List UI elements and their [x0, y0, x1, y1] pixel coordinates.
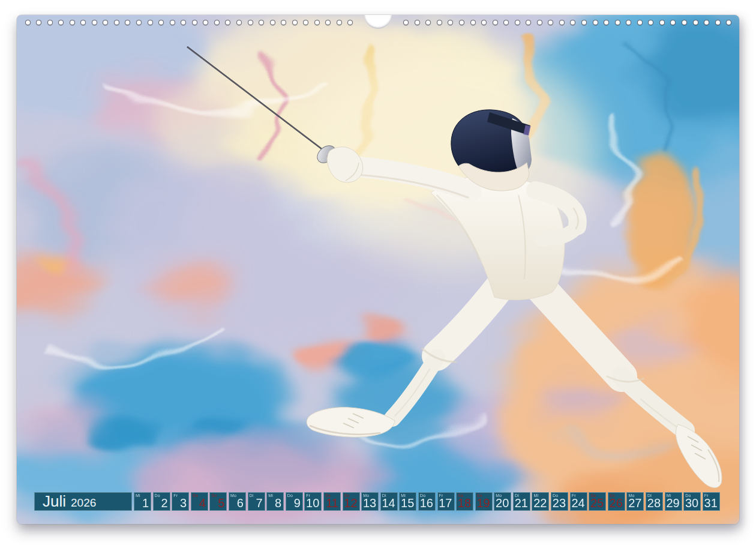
- day-number: 17: [439, 497, 452, 510]
- day-cell: Fr31: [703, 492, 720, 511]
- punch-hole: [659, 20, 665, 25]
- punch-hole: [682, 20, 687, 25]
- weekday-label: Do: [287, 493, 293, 498]
- punch-hole: [715, 20, 721, 25]
- day-cell: Mo20: [494, 492, 511, 511]
- punch-hole: [637, 20, 643, 25]
- day-number: 9: [294, 497, 301, 510]
- day-number: 25: [590, 497, 604, 510]
- punch-hole: [236, 20, 242, 25]
- photo-backdrop: { "calendar": { "month_label": "Juli", "…: [0, 0, 756, 545]
- punch-hole: [615, 20, 620, 25]
- day-cell: Mi8: [266, 492, 284, 511]
- punch-hole: [515, 20, 520, 25]
- punch-hole: [248, 20, 253, 25]
- weekday-label: Mo: [230, 493, 236, 498]
- day-cell: So12: [343, 492, 360, 511]
- punch-hole: [693, 20, 698, 25]
- weekday-label: So: [211, 493, 217, 498]
- punch-hole: [70, 20, 75, 25]
- punch-hole: [292, 20, 298, 25]
- day-number: 7: [256, 497, 262, 510]
- day-number: 11: [326, 497, 338, 510]
- punch-hole: [25, 20, 31, 25]
- day-cell: Do2: [153, 492, 170, 511]
- day-cell: Fr17: [437, 492, 455, 511]
- right-hand: [534, 232, 553, 247]
- day-number: 10: [306, 497, 319, 510]
- day-cell: Fr24: [570, 492, 587, 511]
- day-number: 28: [647, 497, 661, 510]
- day-number: 26: [610, 497, 623, 510]
- day-cell: So26: [608, 492, 625, 511]
- day-cell: Sa11: [323, 492, 341, 511]
- punch-hole: [415, 20, 420, 25]
- day-cell: So19: [475, 492, 493, 511]
- punch-hole: [136, 20, 142, 25]
- day-cell: Do23: [551, 492, 568, 511]
- day-number: 31: [704, 497, 718, 510]
- weekday-label: Mi: [136, 493, 140, 498]
- punch-hole: [36, 20, 41, 25]
- punch-hole: [192, 20, 197, 25]
- punch-hole: [493, 20, 498, 25]
- day-cell: Mo6: [229, 492, 246, 511]
- punch-hole: [47, 20, 53, 25]
- day-cell: Do9: [286, 492, 303, 511]
- punch-hole: [704, 20, 709, 25]
- punch-hole: [337, 20, 342, 25]
- punch-hole: [214, 20, 220, 25]
- weekday-label: Do: [155, 493, 160, 498]
- day-cell: Do16: [418, 492, 436, 511]
- day-cell: Di7: [248, 492, 265, 511]
- day-number: 29: [666, 497, 679, 510]
- day-number: 14: [382, 497, 395, 510]
- day-number: 12: [344, 497, 357, 510]
- day-cell: Mi22: [532, 492, 549, 511]
- day-number: 21: [515, 497, 528, 510]
- day-cell: Do30: [683, 492, 701, 511]
- punch-hole: [459, 20, 464, 25]
- day-cell: Sa4: [191, 492, 208, 511]
- day-number: 19: [476, 497, 490, 510]
- day-cell: Sa25: [589, 492, 606, 511]
- day-number: 30: [685, 497, 698, 510]
- punch-hole: [114, 20, 119, 25]
- punch-hole: [170, 20, 175, 25]
- punch-hole: [470, 20, 476, 25]
- weekday-label: Fr: [173, 493, 178, 498]
- day-number: 13: [363, 497, 376, 510]
- day-number: 27: [628, 497, 641, 510]
- punch-hole: [270, 20, 275, 25]
- day-number: 24: [571, 497, 584, 510]
- day-cell: Di14: [380, 492, 398, 511]
- punch-hole: [593, 20, 598, 25]
- day-number: 4: [199, 497, 206, 510]
- calendar-artwork: [17, 15, 739, 524]
- day-number: 2: [161, 497, 167, 510]
- day-number: 20: [496, 497, 509, 510]
- day-cell: Mi1: [134, 492, 151, 511]
- punch-hole: [259, 20, 264, 25]
- punch-hole: [314, 20, 320, 25]
- day-cell: Mi15: [399, 492, 416, 511]
- punch-hole: [481, 20, 487, 25]
- day-number: 16: [420, 497, 433, 510]
- day-cell: Fr3: [172, 492, 189, 511]
- year-label: 2026: [71, 496, 96, 510]
- day-number: 8: [275, 497, 281, 510]
- punch-hole: [581, 20, 587, 25]
- weekday-label: Mi: [268, 493, 273, 498]
- day-cell: Mi29: [665, 492, 682, 511]
- punch-hole: [537, 20, 542, 25]
- month-label: Juli: [43, 493, 66, 510]
- punch-hole: [148, 20, 153, 25]
- calendar-page: Juli 2026 Mi1Do2Fr3Sa4So5Mo6Di7Mi8Do9Fr1…: [17, 15, 739, 524]
- day-number: 6: [237, 497, 244, 510]
- calendar-strip: Juli 2026 Mi1Do2Fr3Sa4So5Mo6Di7Mi8Do9Fr1…: [17, 492, 739, 511]
- day-number: 18: [458, 497, 471, 510]
- day-number: 1: [142, 497, 149, 510]
- day-number: 5: [218, 497, 224, 510]
- day-number: 15: [401, 497, 414, 510]
- day-cell: Mo13: [361, 492, 379, 511]
